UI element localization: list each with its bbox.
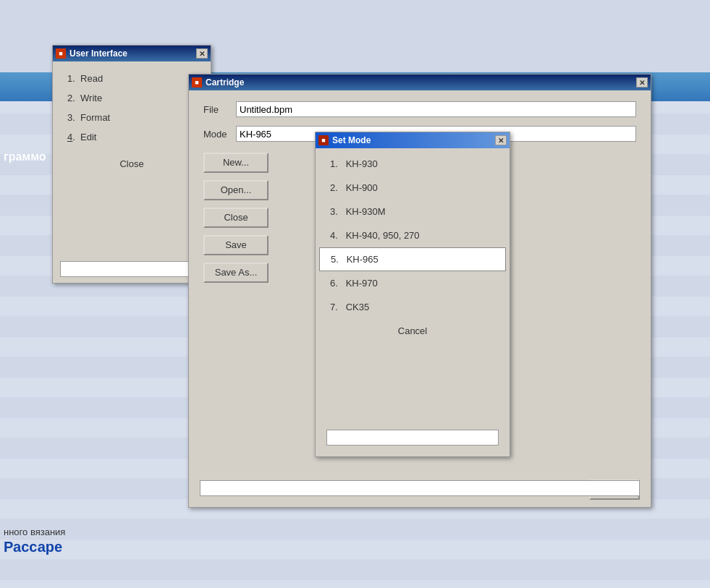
file-label: File xyxy=(203,104,236,115)
bottom-text2: Рассаре xyxy=(4,539,62,555)
file-input[interactable] xyxy=(236,101,636,117)
user-interface-close-button[interactable]: ✕ xyxy=(196,48,208,59)
cartridge-title: Cartridge xyxy=(206,77,244,88)
close-button[interactable]: Close xyxy=(203,208,269,228)
set-mode-status-bar xyxy=(326,430,499,446)
user-interface-title-bar[interactable]: ■ User Interface ✕ xyxy=(53,46,211,61)
ui-menu-item-format[interactable]: 3. Format xyxy=(64,108,200,127)
mode-item-4[interactable]: 4. KH-940, 950, 270 xyxy=(316,223,510,247)
set-mode-title-text: Set Mode xyxy=(332,135,371,145)
bottom-text1: нного вязания xyxy=(4,527,65,537)
mode-item-7[interactable]: 7. CK35 xyxy=(316,295,510,319)
mode-item-6[interactable]: 6. KH-970 xyxy=(316,271,510,295)
set-mode-content: 1. KH-930 2. KH-900 3. KH-930M 4. KH-940… xyxy=(316,148,510,346)
cartridge-icon: ■ xyxy=(192,77,202,88)
save-as-button[interactable]: Save As... xyxy=(203,263,269,283)
user-interface-title: User Interface xyxy=(69,48,127,59)
mode-item-5[interactable]: 5. KH-965 xyxy=(319,247,506,271)
open-button[interactable]: Open... xyxy=(203,180,269,200)
set-mode-close-button[interactable]: ✕ xyxy=(495,135,507,145)
set-mode-cancel-button[interactable]: Cancel xyxy=(316,319,510,343)
ui-menu-item-read[interactable]: 1. Read xyxy=(64,69,200,88)
set-mode-icon: ■ xyxy=(318,135,329,145)
ui-menu-item-edit[interactable]: 4. Edit xyxy=(64,127,200,147)
new-button[interactable]: New... xyxy=(203,153,269,173)
cartridge-status-bar xyxy=(200,480,640,496)
user-interface-status-bar xyxy=(60,261,203,277)
mode-label: Mode xyxy=(203,129,236,140)
set-mode-title-bar[interactable]: ■ Set Mode ✕ xyxy=(316,132,510,148)
top-bar-text: граммо xyxy=(0,150,46,163)
user-interface-content: 1. Read 2. Write 3. Format 4. Edit Close xyxy=(53,61,211,181)
user-interface-icon: ■ xyxy=(56,48,66,59)
mode-item-2[interactable]: 2. KH-900 xyxy=(316,176,510,200)
mode-item-3[interactable]: 3. KH-930M xyxy=(316,200,510,223)
user-interface-window: ■ User Interface ✕ 1. Read 2. Write 3. F… xyxy=(52,45,211,284)
set-mode-dialog: ■ Set Mode ✕ 1. KH-930 2. KH-900 3. KH-9… xyxy=(315,132,510,457)
file-row: File xyxy=(203,101,636,117)
save-button[interactable]: Save xyxy=(203,235,269,255)
cartridge-close-button[interactable]: ✕ xyxy=(636,77,648,88)
mode-item-1[interactable]: 1. KH-930 xyxy=(316,152,510,176)
cartridge-title-bar[interactable]: ■ Cartridge ✕ xyxy=(189,74,651,90)
ui-menu-item-write[interactable]: 2. Write xyxy=(64,88,200,108)
user-interface-close-label[interactable]: Close xyxy=(64,154,200,174)
